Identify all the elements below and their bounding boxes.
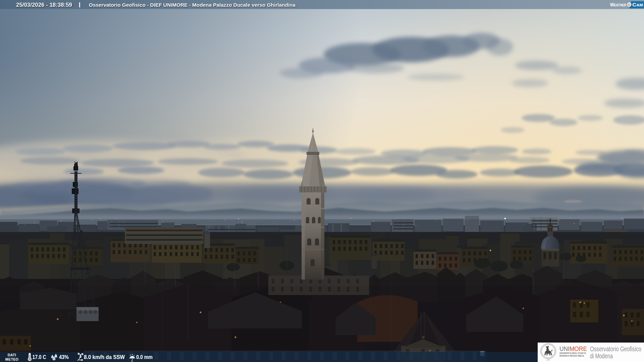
svg-text:17.0 C: 17.0 C bbox=[33, 354, 46, 360]
svg-text:UNIVERSITÀ DEGLI STUDI DI: UNIVERSITÀ DEGLI STUDI DI bbox=[559, 352, 586, 354]
svg-text:WEATHER: WEATHER bbox=[610, 2, 627, 7]
svg-text:MODENA E REGGIO EMILIA: MODENA E REGGIO EMILIA bbox=[559, 355, 584, 357]
svg-text:Osservatorio Geofisico: Osservatorio Geofisico bbox=[590, 345, 641, 353]
svg-text:METEO: METEO bbox=[5, 357, 18, 361]
svg-text:Osservatorio Geofisico - DIEF: Osservatorio Geofisico - DIEF UNIMORE - … bbox=[89, 2, 296, 8]
svg-text:25/03/2026 - 18:38:59: 25/03/2026 - 18:38:59 bbox=[16, 2, 72, 8]
svg-text:0.0 mm: 0.0 mm bbox=[136, 354, 153, 360]
svg-text:UNIMORE: UNIMORE bbox=[559, 345, 587, 352]
svg-text:43%: 43% bbox=[59, 354, 69, 360]
svg-text:1175: 1175 bbox=[547, 359, 550, 361]
svg-text:8.0 km/h da SSW: 8.0 km/h da SSW bbox=[84, 354, 125, 360]
svg-text:di Modena: di Modena bbox=[590, 352, 613, 360]
svg-text:DATI: DATI bbox=[8, 353, 16, 357]
